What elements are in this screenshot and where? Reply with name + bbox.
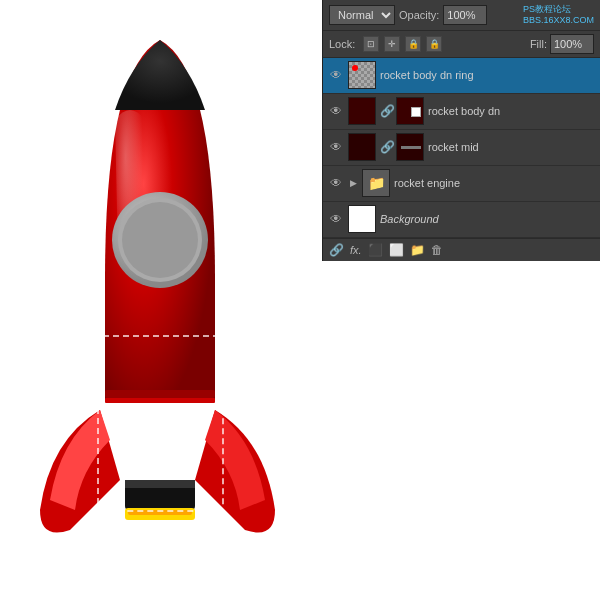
lock-bar: Lock: ⊡ ✛ 🔒 🔒 Fill: — [323, 31, 600, 58]
layer-name-2: rocket body dn — [428, 105, 595, 117]
layer-eye-5[interactable]: 👁 — [328, 211, 344, 227]
layer-background[interactable]: 👁 Background — [323, 202, 600, 238]
website-text: PS教程论坛BBS.16XX8.COM — [523, 4, 594, 26]
link-icon[interactable]: 🔗 — [329, 243, 344, 257]
layer-thumb-1 — [348, 61, 376, 89]
fx-icon[interactable]: fx. — [350, 244, 362, 256]
layer-name-3: rocket mid — [428, 141, 595, 153]
lock-pixel-btn[interactable]: ⊡ — [363, 36, 379, 52]
svg-rect-8 — [105, 398, 215, 403]
layers-panel: Normal Opacity: PS教程论坛BBS.16XX8.COM Lock… — [322, 0, 600, 261]
svg-point-6 — [122, 202, 198, 278]
layer-thumb-5 — [348, 205, 376, 233]
svg-rect-7 — [105, 390, 215, 398]
mask-icon[interactable]: ⬜ — [389, 243, 404, 257]
layer-thumb-2 — [348, 97, 376, 125]
layer-eye-2[interactable]: 👁 — [328, 103, 344, 119]
layer-name-1: rocket body dn ring — [380, 69, 595, 81]
layer-thumb-4: 📁 — [362, 169, 390, 197]
blend-mode-select[interactable]: Normal — [329, 5, 395, 25]
layer-rocket-body-dn-ring[interactable]: 👁 rocket body dn ring — [323, 58, 600, 94]
layer-thumb2-3 — [396, 133, 424, 161]
topbar: Normal Opacity: PS教程论坛BBS.16XX8.COM — [323, 0, 600, 31]
layer-chain-3: 🔗 — [380, 140, 392, 154]
layer-chain-2: 🔗 — [380, 104, 392, 118]
lock-art-btn[interactable]: 🔒 — [426, 36, 442, 52]
layer-name-5: Background — [380, 213, 595, 225]
layer-rocket-body-dn[interactable]: 👁 🔗 rocket body dn — [323, 94, 600, 130]
fill-label: Fill: — [530, 38, 547, 50]
adjustment-icon[interactable]: ⬛ — [368, 243, 383, 257]
lock-move-btn[interactable]: ✛ — [384, 36, 400, 52]
panel-bottom: 🔗 fx. ⬛ ⬜ 📁 🗑 — [323, 238, 600, 261]
layer-thumb-3 — [348, 133, 376, 161]
layer-rocket-engine[interactable]: 👁 ▶ 📁 rocket engine — [323, 166, 600, 202]
trash-icon[interactable]: 🗑 — [431, 243, 443, 257]
fill-area: Fill: — [530, 34, 594, 54]
fill-input[interactable] — [550, 34, 594, 54]
folder-icon[interactable]: 📁 — [410, 243, 425, 257]
lock-all-btn[interactable]: 🔒 — [405, 36, 421, 52]
layer-thumb2-2 — [396, 97, 424, 125]
layer-eye-4[interactable]: 👁 — [328, 175, 344, 191]
layers-list: 👁 rocket body dn ring 👁 🔗 rocket body dn… — [323, 58, 600, 238]
layer-expand-arrow[interactable]: ▶ — [348, 178, 358, 188]
layer-eye-3[interactable]: 👁 — [328, 139, 344, 155]
layer-eye-1[interactable]: 👁 — [328, 67, 344, 83]
lock-label: Lock: — [329, 38, 355, 50]
layer-rocket-mid[interactable]: 👁 🔗 rocket mid — [323, 130, 600, 166]
rocket-container — [30, 20, 290, 590]
svg-rect-1 — [125, 480, 195, 488]
layer-name-4: rocket engine — [394, 177, 595, 189]
opacity-input[interactable] — [443, 5, 487, 25]
opacity-label: Opacity: — [399, 9, 439, 21]
